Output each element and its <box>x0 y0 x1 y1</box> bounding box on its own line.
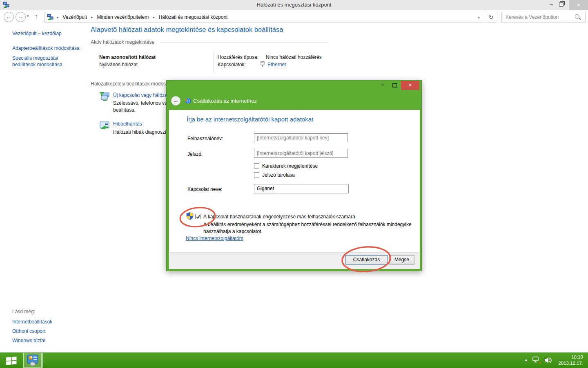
username-input[interactable]: [Internetszolgáltatótól kapott név] <box>254 133 348 142</box>
allow-other-users-checkbox[interactable] <box>195 214 200 219</box>
password-label: Jelszó: <box>187 151 203 157</box>
dialog-heading: Írja be az internetszolgáltatótól kapott… <box>187 116 313 123</box>
refresh-button[interactable]: ↻ <box>485 12 497 22</box>
address-bar[interactable]: ▸ Vezérlőpult ▸ Minden vezérlőpultelem ▸… <box>44 12 484 22</box>
sidebar-item-internet-options[interactable]: Internetbeállítások <box>12 319 52 325</box>
active-networks-section-label: Aktív hálózatok megtekintése <box>91 39 154 45</box>
back-button[interactable]: ← <box>4 12 14 22</box>
tray-expand-icon[interactable]: ▲ <box>524 358 528 362</box>
no-isp-link[interactable]: Nincs internetszolgáltatóm <box>186 236 243 241</box>
breadcrumb-separator-icon: ▸ <box>88 15 96 19</box>
sidebar-item-homegroup[interactable]: Otthoni csoport <box>12 328 45 334</box>
main-window-titlebar: Hálózati és megosztási központ – × <box>0 0 588 10</box>
change-settings-section-label: Hálózatkezelési beállítások módosí <box>91 81 167 87</box>
allow-desc-line1: A beállítás eredményeként a számítógéphe… <box>203 222 412 227</box>
task-new-connection-desc1: Szélessávú, telefonos vag <box>113 100 170 106</box>
up-button[interactable]: ↑ <box>35 13 38 20</box>
dialog-back-button[interactable]: ← <box>171 96 180 105</box>
new-connection-icon <box>99 92 110 104</box>
search-placeholder: Keresés a Vezérlőpulton <box>502 14 575 20</box>
close-button[interactable]: × <box>569 0 588 10</box>
access-type-value: Nincs hálózati hozzáférés <box>266 54 322 60</box>
history-dropdown-icon[interactable]: ▾ <box>27 14 29 18</box>
section-divider <box>160 42 329 43</box>
network-name: Nem azonosított hálózat <box>99 54 156 60</box>
allow-other-users-label: A kapcsolat használatának engedélyezése … <box>203 214 355 220</box>
cancel-button[interactable]: Mégse <box>389 255 414 265</box>
dialog-maximize-button[interactable] <box>392 83 397 88</box>
see-also-header: Lásd még: <box>12 309 35 314</box>
troubleshoot-icon <box>99 120 110 132</box>
network-profile: Nyilvános hálózat <box>99 62 138 67</box>
breadcrumb-separator-icon: ▸ <box>53 15 62 19</box>
address-toolbar: ← → ▾ ↑ ▸ Vezérlőpult ▸ Minden vezérlőpu… <box>0 11 588 23</box>
connect-to-internet-dialog: – × ← Csatlakozás az internethez Írja be… <box>166 80 422 271</box>
sidebar-item-windows-firewall[interactable]: Windows tűzfal <box>12 338 45 343</box>
taskbar-control-panel-button[interactable] <box>23 353 42 368</box>
username-label: Felhasználónév: <box>187 136 223 141</box>
taskbar-clock[interactable]: 10:10 2013.12.17. <box>552 354 583 366</box>
tray-volume-icon[interactable] <box>544 356 552 366</box>
page-title: Alapvető hálózati adatok megtekintése és… <box>91 26 283 34</box>
taskbar-app-indicator <box>42 353 43 368</box>
dialog-minimize-button[interactable]: – <box>377 81 388 90</box>
clock-date: 2013.12.17. <box>552 360 583 366</box>
connection-name-label: Kapcsolat neve: <box>187 186 222 192</box>
check-icon <box>196 214 201 220</box>
taskbar: ▲ 10:10 2013.12.17. <box>0 352 588 368</box>
dialog-content: Írja be az internetszolgáltatótól kapott… <box>169 110 420 252</box>
breadcrumb-control-panel[interactable]: Vezérlőpult <box>62 14 88 20</box>
task-troubleshoot-desc: Hálózati hibák diagnoszt <box>113 129 166 135</box>
window-title: Hálózati és megosztási központ <box>0 2 588 8</box>
store-password-checkbox[interactable] <box>254 172 259 177</box>
clock-time: 10:10 <box>552 354 583 360</box>
search-input[interactable]: Keresés a Vezérlőpulton <box>501 12 586 22</box>
sidebar-item-home[interactable]: Vezérlőpult – kezdőlap <box>12 31 62 36</box>
address-dropdown-icon[interactable]: ▾ <box>478 15 480 20</box>
allow-desc-line2: használhatja a kapcsolatot. <box>203 229 263 234</box>
dialog-title: Csatlakozás az internethez <box>193 98 257 104</box>
breadcrumb-separator-icon: ▸ <box>149 15 158 19</box>
password-input[interactable]: [Internetszolgáltatótól kapott jelszó] <box>254 149 348 158</box>
breadcrumb-current[interactable]: Hálózati és megosztási központ <box>158 14 229 20</box>
tray-network-warning-icon[interactable] <box>532 356 541 366</box>
task-new-connection-link[interactable]: Új kapcsolat vagy hálóza <box>113 92 167 98</box>
dialog-close-button[interactable]: × <box>401 81 419 90</box>
show-characters-checkbox[interactable] <box>254 163 259 168</box>
sidebar-item-adapter-settings[interactable]: Adapterbeállítások módosítása <box>12 45 80 51</box>
forward-button[interactable]: → <box>16 12 26 22</box>
desktop: Hálózati és megosztási központ – × ← → ▾… <box>0 0 588 368</box>
control-panel-icon <box>27 355 39 366</box>
store-password-label: Jelszó tárolása <box>262 172 295 178</box>
task-new-connection-desc2: beállítása. <box>113 107 136 113</box>
internet-globe-icon <box>185 98 191 105</box>
connections-label: Kapcsolatok: <box>218 62 246 67</box>
task-troubleshoot-link[interactable]: Hibaelhárítás <box>113 121 142 127</box>
access-type-label: Hozzáférés típusa: <box>218 54 258 60</box>
show-characters-label: Karakterek megjelenítése <box>262 163 318 169</box>
sidebar-item-sharing-settings[interactable]: Speciális megosztási beállítások módosít… <box>12 55 81 68</box>
column-divider <box>214 52 214 73</box>
network-location-icon <box>47 14 53 20</box>
ethernet-icon <box>260 61 265 68</box>
start-button[interactable] <box>6 356 17 366</box>
restore-button[interactable] <box>559 2 564 7</box>
minimize-button[interactable]: – <box>546 1 557 9</box>
connection-name-input[interactable]: Giganet <box>254 184 349 193</box>
connect-button[interactable]: Csatlakozás <box>345 255 388 265</box>
breadcrumb-all-items[interactable]: Minden vezérlőpultelem <box>96 14 149 20</box>
uac-shield-icon <box>186 212 194 221</box>
ethernet-link[interactable]: Ethernet <box>267 62 286 67</box>
search-icon[interactable] <box>575 14 581 20</box>
